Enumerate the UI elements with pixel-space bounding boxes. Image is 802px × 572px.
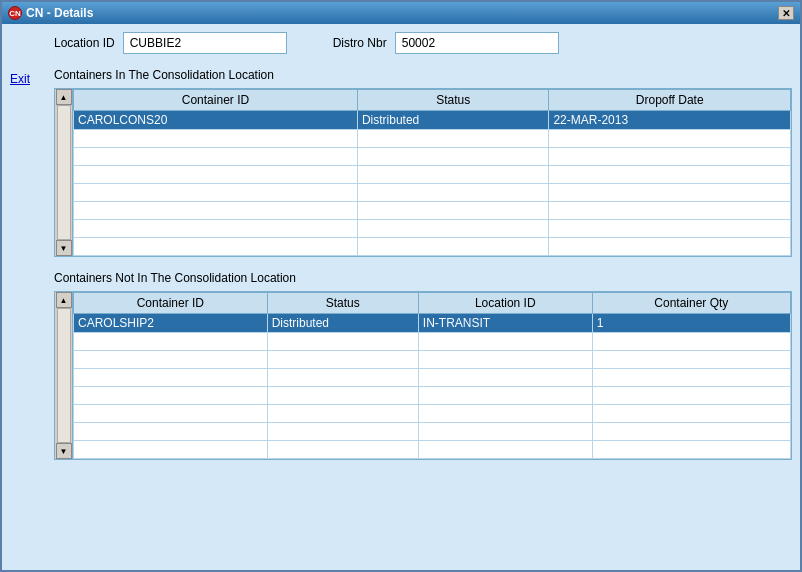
table-row[interactable]: [74, 166, 791, 184]
section1-col-status: Status: [357, 90, 549, 111]
table-row[interactable]: [74, 130, 791, 148]
table-row[interactable]: CAROLSHIP2DistributedIN-TRANSIT1: [74, 314, 791, 333]
table-row[interactable]: [74, 351, 791, 369]
table-row[interactable]: [74, 369, 791, 387]
header-fields: Location ID Distro Nbr: [54, 32, 792, 54]
section2-table-wrapper: ▲ ▼ Container ID Status Location ID Cont…: [55, 292, 791, 459]
section1-table: Container ID Status Dropoff Date CAROLCO…: [73, 89, 791, 256]
section1-scroll-col: ▲ ▼: [55, 89, 73, 256]
table-row[interactable]: CAROLCONS20Distributed22-MAR-2013: [74, 111, 791, 130]
section2-scroll-down[interactable]: ▼: [56, 443, 72, 459]
section2-col-status: Status: [267, 293, 418, 314]
section1-scroll-up[interactable]: ▲: [56, 89, 72, 105]
section1-col-container-id: Container ID: [74, 90, 358, 111]
close-button[interactable]: ✕: [778, 6, 794, 20]
section1-col-dropoff-date: Dropoff Date: [549, 90, 791, 111]
location-id-input[interactable]: [123, 32, 287, 54]
section1-scroll-track: [57, 105, 71, 240]
table-row[interactable]: [74, 202, 791, 220]
table-row[interactable]: [74, 220, 791, 238]
section2-table-container: ▲ ▼ Container ID Status Location ID Cont…: [54, 291, 792, 460]
distro-nbr-label: Distro Nbr: [333, 36, 387, 50]
section2-scroll-up[interactable]: ▲: [56, 292, 72, 308]
section1-scroll-down[interactable]: ▼: [56, 240, 72, 256]
section1: Containers In The Consolidation Location…: [54, 68, 792, 271]
table-row[interactable]: [74, 238, 791, 256]
section2-scroll-col: ▲ ▼: [55, 292, 73, 459]
section1-table-container: ▲ ▼ Container ID Status Dropoff Date: [54, 88, 792, 257]
table-row[interactable]: [74, 387, 791, 405]
table-row[interactable]: [74, 148, 791, 166]
window-title: CN - Details: [26, 6, 93, 20]
table-row[interactable]: [74, 184, 791, 202]
section2-scroll-track: [57, 308, 71, 443]
table-row[interactable]: [74, 405, 791, 423]
right-content: Location ID Distro Nbr Containers In The…: [54, 32, 792, 562]
section2-table: Container ID Status Location ID Containe…: [73, 292, 791, 459]
window-icon: CN: [8, 6, 22, 20]
section2: Containers Not In The Consolidation Loca…: [54, 271, 792, 474]
section1-table-wrapper: ▲ ▼ Container ID Status Dropoff Date: [55, 89, 791, 256]
section2-title: Containers Not In The Consolidation Loca…: [54, 271, 792, 285]
table-row[interactable]: [74, 333, 791, 351]
location-id-label: Location ID: [54, 36, 115, 50]
exit-link[interactable]: Exit: [10, 72, 30, 86]
title-bar-left: CN CN - Details: [8, 6, 93, 20]
section1-title: Containers In The Consolidation Location: [54, 68, 792, 82]
title-bar: CN CN - Details ✕: [2, 2, 800, 24]
main-window: CN CN - Details ✕ Exit Location ID Distr…: [0, 0, 802, 572]
section2-col-container-qty: Container Qty: [592, 293, 790, 314]
section2-col-location-id: Location ID: [418, 293, 592, 314]
table-row[interactable]: [74, 423, 791, 441]
table-row[interactable]: [74, 441, 791, 459]
distro-nbr-input[interactable]: [395, 32, 559, 54]
window-body: Exit Location ID Distro Nbr Containers I…: [2, 24, 800, 570]
section2-col-container-id: Container ID: [74, 293, 268, 314]
left-sidebar: Exit: [10, 32, 54, 562]
